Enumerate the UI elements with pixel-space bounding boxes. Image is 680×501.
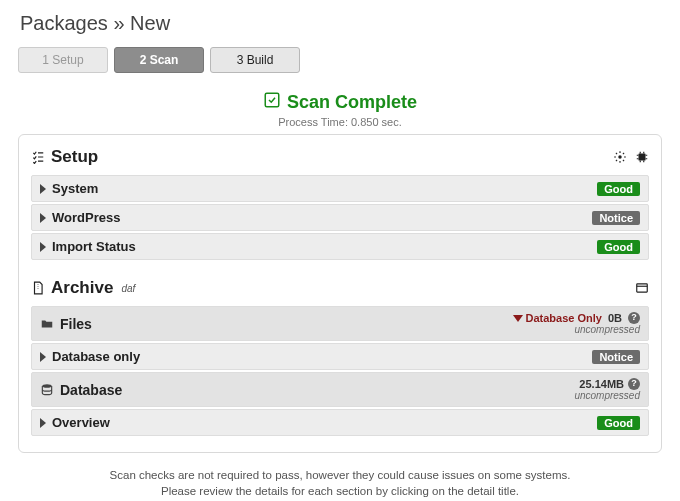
help-icon[interactable]: ? <box>628 312 640 324</box>
scan-results-card: Setup System Good WordPress Notice Impor… <box>18 134 662 453</box>
database-header-row[interactable]: Database 25.14MB ? uncompressed <box>31 372 649 407</box>
step-build[interactable]: 3 Build <box>210 47 300 73</box>
process-time: Process Time: 0.850 sec. <box>18 116 662 128</box>
caret-right-icon <box>40 418 46 428</box>
setup-row-label: System <box>52 181 98 196</box>
section-head-setup: Setup <box>31 143 649 173</box>
database-icon <box>40 383 54 397</box>
scan-complete-heading: Scan Complete <box>263 91 417 114</box>
svg-rect-3 <box>637 284 648 292</box>
status-badge: Good <box>597 240 640 254</box>
caret-down-icon <box>513 315 523 322</box>
status-badge: Notice <box>592 211 640 225</box>
files-header-row[interactable]: Files Database Only 0B ? uncompressed <box>31 306 649 341</box>
database-size: 25.14MB <box>579 378 624 390</box>
caret-right-icon <box>40 242 46 252</box>
status-badge: Notice <box>592 350 640 364</box>
files-uncompressed-label: uncompressed <box>574 324 640 335</box>
svg-point-1 <box>618 155 622 159</box>
db-only-text: Database Only <box>526 312 602 324</box>
caret-right-icon <box>40 352 46 362</box>
setup-row-label: WordPress <box>52 210 120 225</box>
window-icon[interactable] <box>635 281 649 295</box>
status-badge: Good <box>597 182 640 196</box>
step-tabs: 1 Setup 2 Scan 3 Build <box>18 47 662 73</box>
setup-title: Setup <box>51 147 98 167</box>
archive-sup: daf <box>121 283 135 294</box>
footer-note-line2: Please review the details for each secti… <box>18 483 662 499</box>
database-only-flag: Database Only <box>513 312 602 324</box>
svg-rect-2 <box>639 154 646 161</box>
archive-title: Archive <box>51 278 113 298</box>
scan-complete-label: Scan Complete <box>287 92 417 113</box>
footer-note: Scan checks are not required to pass, ho… <box>18 467 662 499</box>
section-head-archive: Archive daf <box>31 274 649 304</box>
files-size: 0B <box>608 312 622 324</box>
svg-rect-0 <box>265 93 279 107</box>
page-title: Packages » New <box>20 12 662 35</box>
status-badge: Good <box>597 416 640 430</box>
files-header-label: Files <box>60 316 92 332</box>
files-row-database-only[interactable]: Database only Notice <box>31 343 649 370</box>
help-icon[interactable]: ? <box>628 378 640 390</box>
setup-row-label: Import Status <box>52 239 136 254</box>
setup-row-system[interactable]: System Good <box>31 175 649 202</box>
files-row-label: Database only <box>52 349 140 364</box>
database-uncompressed-label: uncompressed <box>574 390 640 401</box>
caret-right-icon <box>40 184 46 194</box>
gear-icon[interactable] <box>613 150 627 164</box>
step-scan: 2 Scan <box>114 47 204 73</box>
file-archive-icon <box>31 281 45 295</box>
caret-right-icon <box>40 213 46 223</box>
folder-open-icon <box>40 317 54 331</box>
footer-note-line1: Scan checks are not required to pass, ho… <box>18 467 662 483</box>
database-row-overview[interactable]: Overview Good <box>31 409 649 436</box>
list-check-icon <box>31 150 45 164</box>
check-square-icon <box>263 91 281 114</box>
step-setup: 1 Setup <box>18 47 108 73</box>
chip-icon[interactable] <box>635 150 649 164</box>
setup-row-import-status[interactable]: Import Status Good <box>31 233 649 260</box>
svg-point-4 <box>42 384 51 388</box>
database-row-label: Overview <box>52 415 110 430</box>
setup-row-wordpress[interactable]: WordPress Notice <box>31 204 649 231</box>
database-header-label: Database <box>60 382 122 398</box>
